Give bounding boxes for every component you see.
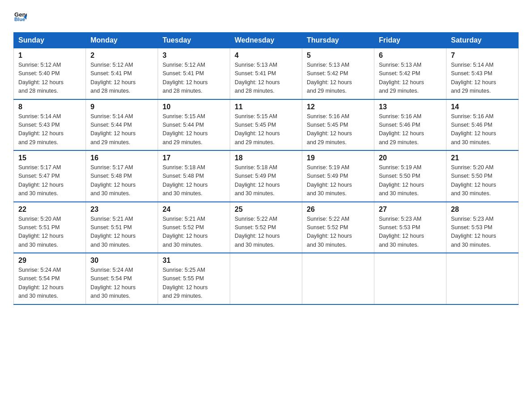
calendar-table: SundayMondayTuesdayWednesdayThursdayFrid… xyxy=(13,32,519,305)
day-info: Sunrise: 5:16 AMSunset: 5:45 PMDaylight:… xyxy=(307,113,352,146)
day-info: Sunrise: 5:20 AMSunset: 5:50 PMDaylight:… xyxy=(451,164,496,197)
day-info: Sunrise: 5:15 AMSunset: 5:44 PMDaylight:… xyxy=(163,113,208,146)
calendar-cell xyxy=(374,253,446,304)
day-number: 10 xyxy=(163,103,225,111)
day-info: Sunrise: 5:13 AMSunset: 5:41 PMDaylight:… xyxy=(235,62,280,94)
calendar-cell: 14 Sunrise: 5:16 AMSunset: 5:46 PMDaylig… xyxy=(446,99,519,151)
day-info: Sunrise: 5:13 AMSunset: 5:42 PMDaylight:… xyxy=(307,62,352,94)
calendar-cell: 27 Sunrise: 5:23 AMSunset: 5:53 PMDaylig… xyxy=(374,202,446,253)
calendar-cell: 24 Sunrise: 5:21 AMSunset: 5:52 PMDaylig… xyxy=(158,202,230,253)
day-info: Sunrise: 5:24 AMSunset: 5:54 PMDaylight:… xyxy=(18,267,64,299)
day-number: 23 xyxy=(90,206,153,214)
calendar-cell: 12 Sunrise: 5:16 AMSunset: 5:45 PMDaylig… xyxy=(302,99,374,151)
day-number: 22 xyxy=(18,206,81,214)
day-info: Sunrise: 5:16 AMSunset: 5:46 PMDaylight:… xyxy=(379,113,424,146)
day-info: Sunrise: 5:24 AMSunset: 5:54 PMDaylight:… xyxy=(90,267,136,299)
day-number: 1 xyxy=(18,51,81,60)
day-info: Sunrise: 5:21 AMSunset: 5:51 PMDaylight:… xyxy=(90,216,136,248)
calendar-cell: 9 Sunrise: 5:14 AMSunset: 5:44 PMDayligh… xyxy=(86,99,158,151)
day-info: Sunrise: 5:12 AMSunset: 5:41 PMDaylight:… xyxy=(90,62,136,94)
day-info: Sunrise: 5:25 AMSunset: 5:55 PMDaylight:… xyxy=(163,267,208,299)
day-number: 2 xyxy=(90,51,153,60)
day-number: 17 xyxy=(163,154,225,162)
column-header-friday: Friday xyxy=(374,33,446,48)
calendar-cell: 2 Sunrise: 5:12 AMSunset: 5:41 PMDayligh… xyxy=(86,48,158,99)
day-info: Sunrise: 5:21 AMSunset: 5:52 PMDaylight:… xyxy=(163,216,208,248)
calendar-cell: 5 Sunrise: 5:13 AMSunset: 5:42 PMDayligh… xyxy=(302,48,374,99)
column-header-wednesday: Wednesday xyxy=(230,33,302,48)
calendar-cell: 30 Sunrise: 5:24 AMSunset: 5:54 PMDaylig… xyxy=(86,253,158,304)
day-number: 9 xyxy=(90,103,153,111)
day-number: 20 xyxy=(379,154,442,162)
calendar-week-4: 22 Sunrise: 5:20 AMSunset: 5:51 PMDaylig… xyxy=(14,202,519,253)
calendar-cell: 1 Sunrise: 5:12 AMSunset: 5:40 PMDayligh… xyxy=(14,48,86,99)
calendar-cell: 31 Sunrise: 5:25 AMSunset: 5:55 PMDaylig… xyxy=(158,253,230,304)
day-info: Sunrise: 5:14 AMSunset: 5:44 PMDaylight:… xyxy=(90,113,136,146)
calendar-cell: 8 Sunrise: 5:14 AMSunset: 5:43 PMDayligh… xyxy=(14,99,86,151)
day-number: 29 xyxy=(18,257,81,265)
calendar-cell xyxy=(446,253,519,304)
day-number: 16 xyxy=(90,154,153,162)
day-number: 14 xyxy=(451,103,514,111)
day-number: 7 xyxy=(451,51,514,60)
calendar-cell: 4 Sunrise: 5:13 AMSunset: 5:41 PMDayligh… xyxy=(230,48,302,99)
day-info: Sunrise: 5:14 AMSunset: 5:43 PMDaylight:… xyxy=(18,113,64,146)
calendar-cell: 26 Sunrise: 5:22 AMSunset: 5:52 PMDaylig… xyxy=(302,202,374,253)
day-number: 24 xyxy=(163,206,225,214)
calendar-cell: 10 Sunrise: 5:15 AMSunset: 5:44 PMDaylig… xyxy=(158,99,230,151)
calendar-cell: 7 Sunrise: 5:14 AMSunset: 5:43 PMDayligh… xyxy=(446,48,519,99)
day-number: 31 xyxy=(163,257,225,265)
calendar-cell: 15 Sunrise: 5:17 AMSunset: 5:47 PMDaylig… xyxy=(14,150,86,202)
calendar-cell: 20 Sunrise: 5:19 AMSunset: 5:50 PMDaylig… xyxy=(374,150,446,202)
calendar-cell: 25 Sunrise: 5:22 AMSunset: 5:52 PMDaylig… xyxy=(230,202,302,253)
day-number: 18 xyxy=(235,154,297,162)
calendar-cell xyxy=(302,253,374,304)
day-info: Sunrise: 5:12 AMSunset: 5:41 PMDaylight:… xyxy=(163,62,208,94)
day-number: 5 xyxy=(307,51,369,60)
day-info: Sunrise: 5:23 AMSunset: 5:53 PMDaylight:… xyxy=(451,216,496,248)
day-number: 6 xyxy=(379,51,442,60)
day-info: Sunrise: 5:18 AMSunset: 5:48 PMDaylight:… xyxy=(163,164,208,197)
calendar-week-2: 8 Sunrise: 5:14 AMSunset: 5:43 PMDayligh… xyxy=(14,99,519,151)
calendar-cell: 21 Sunrise: 5:20 AMSunset: 5:50 PMDaylig… xyxy=(446,150,519,202)
svg-text:Blue: Blue xyxy=(14,17,25,22)
day-number: 11 xyxy=(235,103,297,111)
calendar-cell: 16 Sunrise: 5:17 AMSunset: 5:48 PMDaylig… xyxy=(86,150,158,202)
column-header-thursday: Thursday xyxy=(302,33,374,48)
page-header: General Blue xyxy=(13,11,519,23)
day-number: 12 xyxy=(307,103,369,111)
calendar-cell: 17 Sunrise: 5:18 AMSunset: 5:48 PMDaylig… xyxy=(158,150,230,202)
day-info: Sunrise: 5:19 AMSunset: 5:50 PMDaylight:… xyxy=(379,164,424,197)
logo-icon: General Blue xyxy=(14,10,27,22)
calendar-cell: 3 Sunrise: 5:12 AMSunset: 5:41 PMDayligh… xyxy=(158,48,230,99)
day-number: 19 xyxy=(307,154,369,162)
calendar-cell: 23 Sunrise: 5:21 AMSunset: 5:51 PMDaylig… xyxy=(86,202,158,253)
day-number: 25 xyxy=(235,206,297,214)
day-info: Sunrise: 5:23 AMSunset: 5:53 PMDaylight:… xyxy=(379,216,424,248)
day-number: 8 xyxy=(18,103,81,111)
day-number: 4 xyxy=(235,51,297,60)
column-header-saturday: Saturday xyxy=(446,33,519,48)
day-info: Sunrise: 5:20 AMSunset: 5:51 PMDaylight:… xyxy=(18,216,64,248)
day-number: 3 xyxy=(163,51,225,60)
calendar-cell: 19 Sunrise: 5:19 AMSunset: 5:49 PMDaylig… xyxy=(302,150,374,202)
day-number: 26 xyxy=(307,206,369,214)
day-info: Sunrise: 5:14 AMSunset: 5:43 PMDaylight:… xyxy=(451,62,496,94)
day-info: Sunrise: 5:19 AMSunset: 5:49 PMDaylight:… xyxy=(307,164,352,197)
day-number: 28 xyxy=(451,206,514,214)
day-number: 15 xyxy=(18,154,81,162)
calendar-cell: 29 Sunrise: 5:24 AMSunset: 5:54 PMDaylig… xyxy=(14,253,86,304)
day-info: Sunrise: 5:22 AMSunset: 5:52 PMDaylight:… xyxy=(307,216,352,248)
calendar-week-3: 15 Sunrise: 5:17 AMSunset: 5:47 PMDaylig… xyxy=(14,150,519,202)
day-info: Sunrise: 5:15 AMSunset: 5:45 PMDaylight:… xyxy=(235,113,280,146)
day-info: Sunrise: 5:13 AMSunset: 5:42 PMDaylight:… xyxy=(379,62,424,94)
day-info: Sunrise: 5:17 AMSunset: 5:48 PMDaylight:… xyxy=(90,164,136,197)
day-number: 21 xyxy=(451,154,514,162)
day-info: Sunrise: 5:12 AMSunset: 5:40 PMDaylight:… xyxy=(18,62,64,94)
day-info: Sunrise: 5:17 AMSunset: 5:47 PMDaylight:… xyxy=(18,164,64,197)
calendar-cell: 18 Sunrise: 5:18 AMSunset: 5:49 PMDaylig… xyxy=(230,150,302,202)
calendar-cell: 28 Sunrise: 5:23 AMSunset: 5:53 PMDaylig… xyxy=(446,202,519,253)
calendar-cell: 22 Sunrise: 5:20 AMSunset: 5:51 PMDaylig… xyxy=(14,202,86,253)
calendar-cell: 11 Sunrise: 5:15 AMSunset: 5:45 PMDaylig… xyxy=(230,99,302,151)
column-header-sunday: Sunday xyxy=(14,33,86,48)
